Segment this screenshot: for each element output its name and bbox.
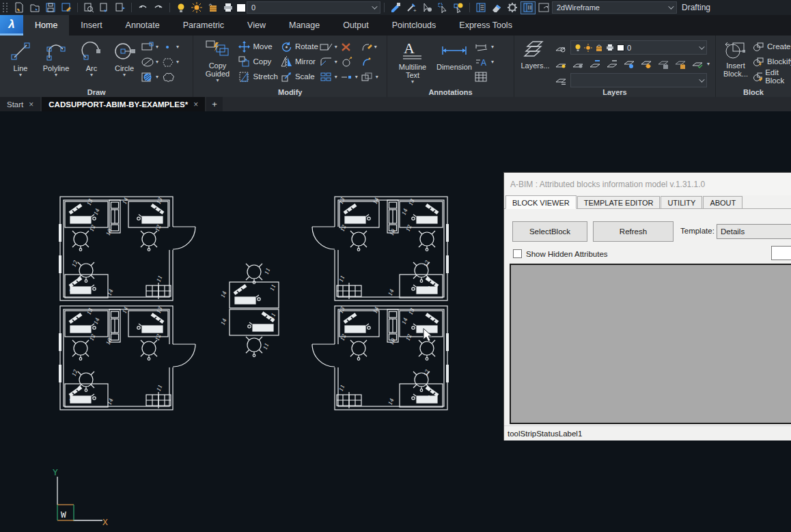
stretch-button[interactable]: Stretch (238, 70, 277, 83)
settings-gear-icon[interactable] (505, 1, 520, 14)
publish-icon[interactable] (113, 1, 128, 14)
erase-button[interactable] (340, 40, 358, 55)
block-preview-area[interactable] (510, 264, 791, 424)
select-hide-icon[interactable] (435, 1, 450, 14)
layer-thaw-button[interactable] (587, 57, 602, 70)
dropdown-caret[interactable]: ▾ (376, 74, 378, 80)
ribbon-layer-combobox[interactable]: 0 (570, 40, 707, 55)
polygon-button[interactable]: ▾ (161, 55, 179, 70)
close-icon[interactable]: × (193, 100, 198, 109)
text-style-button[interactable]: A▾ (475, 55, 494, 70)
multiline-text-button[interactable]: A Multiline Text▾ (391, 38, 434, 85)
dropdown-caret[interactable]: ▾ (156, 44, 158, 50)
properties-panel-icon[interactable] (473, 1, 488, 14)
line-button[interactable]: Line▾ (4, 38, 37, 78)
show-hidden-attributes-checkbox[interactable]: Show Hidden Attributes (513, 249, 608, 258)
insert-block-button[interactable]: Insert Block... (720, 38, 751, 78)
select-isolate-icon[interactable] (419, 1, 434, 14)
rotate-button[interactable]: Rotate (281, 40, 318, 53)
point-button[interactable]: ▾ (161, 40, 179, 55)
dropdown-caret[interactable]: ▾ (335, 59, 337, 65)
layer-state-combobox[interactable] (570, 73, 707, 87)
edit-block-button[interactable]: Edit Block (753, 70, 791, 83)
copy-button[interactable]: Copy (238, 55, 277, 68)
dropdown-caret[interactable]: ▾ (19, 72, 22, 78)
layer-lock-icon[interactable] (205, 1, 220, 14)
layers-button[interactable]: Layers... (518, 38, 552, 70)
move-button[interactable]: Move (238, 40, 277, 53)
dropdown-caret[interactable]: ▾ (355, 74, 358, 80)
redo-icon[interactable] (151, 1, 166, 14)
layer-list-icon[interactable] (553, 74, 568, 87)
ribbon-tab-output[interactable]: Output (331, 15, 380, 36)
new-document-tab-button[interactable]: + (206, 97, 223, 111)
layer-combobox[interactable]: 0 (247, 1, 380, 14)
mirror-button[interactable]: Mirror (281, 55, 318, 68)
dropdown-caret[interactable]: ▾ (123, 72, 126, 78)
undo-icon[interactable] (135, 1, 150, 14)
layer-on-bulb-icon[interactable] (174, 1, 189, 14)
dropdown-caret[interactable]: ▾ (156, 74, 158, 80)
plot-icon[interactable] (97, 1, 112, 14)
visual-style-combobox[interactable]: 2dWireframe (552, 1, 677, 14)
offset-button[interactable]: ▾ (340, 70, 358, 85)
dropdown-caret[interactable]: ▾ (156, 59, 158, 65)
fillet-button[interactable]: ▾ (320, 55, 337, 70)
dropdown-caret[interactable]: ▾ (216, 78, 219, 83)
layer-off-button[interactable] (553, 57, 568, 70)
tab-utility[interactable]: UTILITY (661, 196, 702, 208)
arc-button[interactable]: Arc▾ (75, 38, 108, 78)
ribbon-tab-view[interactable]: View (236, 15, 277, 36)
ribbon-tab-manage[interactable]: Manage (277, 15, 331, 36)
doc-tab-start[interactable]: Start × (0, 97, 40, 111)
pipette-icon[interactable]: + (404, 1, 419, 14)
save-as-icon[interactable] (59, 1, 74, 14)
dropdown-caret[interactable]: ▾ (491, 44, 494, 50)
dropdown-caret[interactable]: ▾ (491, 59, 494, 65)
doc-tab-drawing[interactable]: CADSUPPORT-ABIM-BY-EXAMPLES* × (42, 97, 205, 111)
dropdown-caret[interactable]: ▾ (374, 44, 377, 50)
leader-button[interactable]: ▾ (475, 40, 494, 55)
eraser-icon[interactable] (489, 1, 504, 14)
trim-button[interactable]: ▾ (320, 40, 337, 55)
layer-on-button[interactable] (570, 57, 585, 70)
dropdown-caret[interactable]: ▾ (176, 44, 179, 50)
copy-nested-button[interactable]: ▾ (361, 70, 378, 85)
table-button[interactable] (475, 70, 494, 85)
dropdown-caret[interactable]: ▾ (335, 44, 337, 50)
layer-state-button[interactable] (690, 57, 705, 70)
revision-cloud-button[interactable] (161, 70, 179, 85)
plot-preview-icon[interactable] (81, 1, 96, 14)
ribbon-tab-parametric[interactable]: Parametric (171, 15, 236, 36)
ellipse-button[interactable]: ▾ (141, 55, 158, 70)
ribbon-tab-annotate[interactable]: Annotate (114, 15, 171, 36)
close-icon[interactable]: × (29, 100, 33, 109)
dropdown-caret[interactable]: ▾ (411, 79, 414, 85)
abim-dialog-title[interactable]: A-BIM : Attributed blocks information mo… (504, 173, 791, 195)
template-combobox[interactable]: Details (717, 224, 791, 239)
clean-screen-icon[interactable] (536, 1, 551, 14)
create-block-button[interactable]: Create (753, 40, 791, 53)
layer-unlock-button[interactable] (673, 57, 688, 70)
layer-unisolate-button[interactable] (639, 57, 654, 70)
tab-about[interactable]: ABOUT (703, 196, 743, 208)
blockify-button[interactable]: Blockify (753, 55, 791, 68)
color-swatch[interactable] (236, 3, 246, 12)
dropdown-caret[interactable]: ▾ (176, 59, 179, 65)
tab-block-viewer[interactable]: BLOCK VIEWER (505, 195, 577, 209)
dimension-button[interactable]: Dimension (434, 38, 475, 71)
dropdown-caret[interactable]: ▾ (90, 72, 93, 78)
ribbon-tab-pointclouds[interactable]: Pointclouds (380, 15, 448, 36)
checkbox-box[interactable] (513, 249, 522, 258)
select-unisolate-icon[interactable] (451, 1, 466, 14)
polyline-button[interactable]: Polyline▾ (37, 38, 75, 78)
toolbar-grip-icon[interactable] (3, 3, 8, 12)
circle-button[interactable]: Circle▾ (108, 38, 141, 78)
dropdown-caret[interactable]: ▾ (335, 74, 337, 80)
attribute-value-textbox[interactable] (771, 246, 791, 260)
ribbon-tab-home[interactable]: Home (23, 15, 69, 36)
array-button[interactable]: ▾ (320, 70, 337, 85)
ribbon-tab-express-tools[interactable]: Express Tools (447, 15, 524, 36)
dropdown-caret[interactable]: ▾ (55, 72, 57, 78)
select-block-button[interactable]: SelectBlock (512, 221, 587, 242)
